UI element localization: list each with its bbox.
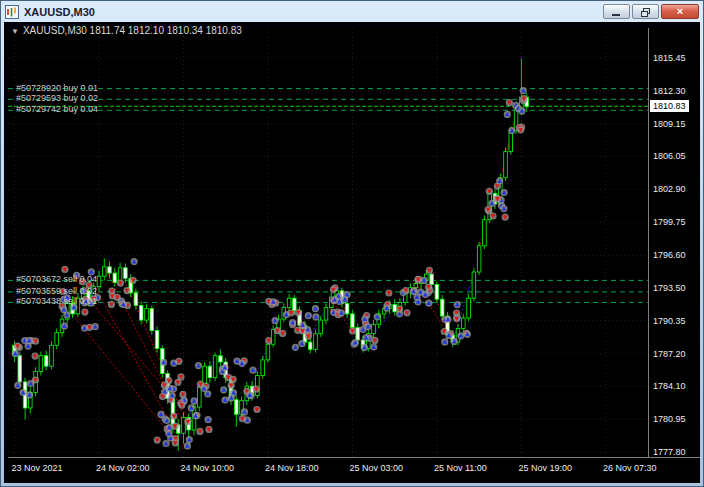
candle-body [372, 324, 376, 333]
price-axis-label: 1780.95 [653, 414, 686, 424]
candle-body [483, 220, 487, 246]
price-axis-label: 1815.45 [653, 53, 686, 63]
candle-body [462, 318, 466, 328]
candle-body [145, 309, 149, 321]
price-axis-label: 1812.30 [653, 86, 686, 96]
candle-body [393, 304, 397, 311]
candle-body [139, 306, 143, 321]
candle-body [55, 333, 59, 346]
candle-body [324, 308, 328, 321]
titlebar[interactable]: XAUUSD,M30 × [1, 1, 703, 22]
chart-client-area[interactable]: ▼XAUUSD,M30 1811.74 1812.10 1810.34 1810… [4, 22, 700, 483]
restore-icon [641, 3, 651, 21]
candle-body [351, 314, 355, 328]
symbol-ohlc-text: XAUUSD,M30 1811.74 1812.10 1810.34 1810.… [23, 25, 242, 36]
mt4-chart-window: XAUUSD,M30 × ▼XAUUSD,M30 1811.74 1812.10… [0, 0, 704, 487]
candle-body [314, 334, 318, 350]
candle-body [308, 342, 312, 349]
price-axis-label: 1806.05 [653, 151, 686, 161]
candle-body [430, 274, 434, 285]
candle-body [182, 418, 186, 434]
candle-body [435, 285, 439, 300]
candle-body [287, 298, 291, 307]
price-axis-label: 1809.15 [653, 119, 686, 129]
candle-body [266, 344, 270, 360]
price-axis-label: 1799.75 [653, 217, 686, 227]
candle-body [124, 268, 128, 279]
candle-body [50, 345, 54, 366]
candle-body [44, 356, 48, 367]
time-axis-label: 24 Nov 02:00 [96, 463, 150, 473]
candle-body [113, 273, 117, 282]
candle-body [213, 356, 217, 378]
candle-body [108, 267, 112, 273]
price-axis-label: 1777.80 [653, 447, 686, 457]
candle-body [504, 152, 508, 178]
candle-body [345, 303, 349, 314]
close-icon: × [677, 6, 683, 17]
candle-body [356, 328, 360, 341]
minimize-button[interactable] [603, 4, 630, 19]
candle-body [134, 293, 138, 306]
time-axis-label: 24 Nov 18:00 [265, 463, 319, 473]
price-axis-label: 1793.50 [653, 283, 686, 293]
price-axis-label: 1787.20 [653, 349, 686, 359]
candle-body [477, 246, 481, 272]
candle-body [103, 267, 107, 276]
candlestick-chart[interactable] [8, 28, 648, 457]
current-price-badge: 1810.83 [650, 100, 689, 112]
price-axis-label: 1784.10 [653, 381, 686, 391]
candle-body [150, 309, 154, 331]
time-axis-label: 26 Nov 07:30 [603, 463, 657, 473]
restore-button[interactable] [632, 4, 659, 19]
price-axis-label: 1790.35 [653, 316, 686, 326]
price-axis-label: 1802.90 [653, 184, 686, 194]
candle-body [155, 331, 159, 349]
candle-body [18, 356, 22, 382]
time-axis[interactable]: 23 Nov 202124 Nov 02:0024 Nov 10:0024 No… [8, 457, 700, 483]
candle-body [472, 272, 476, 298]
price-axis[interactable]: 1815.451812.301809.151806.051802.901799.… [648, 28, 700, 457]
candle-body [97, 276, 101, 287]
chart-dropdown-arrow-icon[interactable]: ▼ [11, 27, 19, 36]
candle-body [261, 360, 265, 376]
time-axis-label: 23 Nov 2021 [12, 463, 63, 473]
candle-body [39, 356, 43, 372]
candle-body [219, 356, 223, 362]
window-title: XAUUSD,M30 [24, 6, 603, 18]
time-axis-label: 25 Nov 11:00 [434, 463, 487, 473]
candle-body [198, 387, 202, 407]
time-axis-label: 24 Nov 10:00 [181, 463, 235, 473]
candle-body [293, 298, 297, 311]
chart-icon [5, 5, 19, 19]
time-axis-label: 25 Nov 03:00 [349, 463, 403, 473]
candle-body [414, 284, 418, 288]
candle-body [235, 400, 239, 415]
candle-body [208, 366, 212, 378]
time-axis-label: 25 Nov 19:00 [518, 463, 572, 473]
candle-body [319, 320, 323, 334]
close-button[interactable]: × [661, 4, 699, 19]
chart-info-line: ▼XAUUSD,M30 1811.74 1812.10 1810.34 1810… [11, 25, 242, 36]
price-axis-label: 1796.60 [653, 250, 686, 260]
minimize-icon [612, 3, 621, 21]
candle-body [467, 298, 471, 318]
candle-body [440, 299, 444, 316]
